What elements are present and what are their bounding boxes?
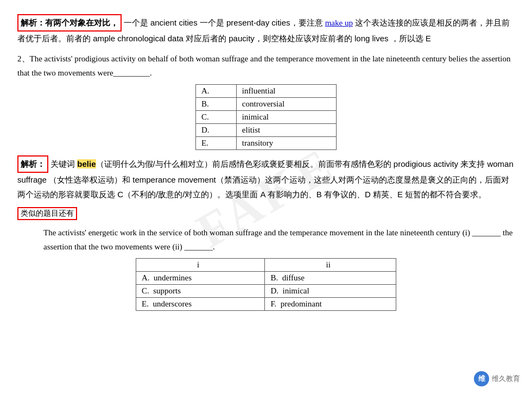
table-row: A.influential — [196, 85, 337, 98]
option-right: F. predominant — [265, 298, 396, 311]
option-letter: D. — [196, 124, 237, 137]
analysis-block-2: 解析： 关键词 belie（证明什么为假/与什么相对立）前后感情色彩或褒贬要相反… — [17, 155, 515, 202]
table-row: A. underminesB. diffuse — [136, 272, 396, 285]
option-right: B. diffuse — [265, 272, 396, 285]
option-left: C. supports — [136, 285, 265, 298]
analysis-label-2: 解析： — [17, 155, 48, 173]
content: 解析：有两个对象在对比， 一个是 ancient cities 一个是 pres… — [17, 14, 515, 311]
table-header-ii: ii — [265, 259, 396, 272]
option-word: controversial — [236, 98, 336, 111]
table-row: C. supportsD. inimical — [136, 285, 396, 298]
logo-text: 维久教育 — [492, 374, 520, 384]
table-row: D.elitist — [196, 124, 337, 137]
analysis-text-1a: 一个是 ancient cities 一个是 present-day citie… — [124, 18, 325, 27]
subquestion-text: The activists' energetic work in the ser… — [43, 226, 515, 254]
option-letter: E. — [196, 137, 237, 150]
analysis-label-1: 解析：有两个对象在对比， — [17, 14, 122, 32]
option-letter: A. — [196, 85, 237, 98]
table-row: E. underscoresF. predominant — [136, 298, 396, 311]
page: FAKE 解析：有两个对象在对比， 一个是 ancient cities 一个是… — [0, 0, 532, 394]
table-row: B.controversial — [196, 98, 337, 111]
table-row: C.inimical — [196, 111, 337, 124]
table-header-i: i — [136, 259, 265, 272]
option-letter: B. — [196, 98, 237, 111]
subquestion-table: i ii A. underminesB. diffuseC. supportsD… — [136, 258, 396, 311]
question-2-text: 2、The activists' prodigious activity on … — [17, 52, 515, 80]
logo-area: 维 维久教育 — [474, 371, 520, 386]
keyword-belie: belie — [77, 159, 96, 168]
logo-icon: 维 — [474, 371, 489, 386]
make-up-link: make up — [325, 18, 353, 27]
option-word: influential — [236, 85, 336, 98]
option-word: elitist — [236, 124, 336, 137]
analysis-block-1: 解析：有两个对象在对比， 一个是 ancient cities 一个是 pres… — [17, 14, 515, 46]
option-left: A. undermines — [136, 272, 265, 285]
question-2-block: 2、The activists' prodigious activity on … — [17, 52, 515, 151]
option-word: inimical — [236, 111, 336, 124]
option-right: D. inimical — [265, 285, 396, 298]
option-letter: C. — [196, 111, 237, 124]
option-word: transitory — [236, 137, 336, 150]
options-table-q2: A.influentialB.controversialC.inimicalD.… — [195, 84, 337, 150]
option-left: E. underscores — [136, 298, 265, 311]
table-row: E.transitory — [196, 137, 337, 150]
similar-section: 类似的题目还有 — [17, 205, 515, 223]
similar-label: 类似的题目还有 — [17, 207, 77, 220]
